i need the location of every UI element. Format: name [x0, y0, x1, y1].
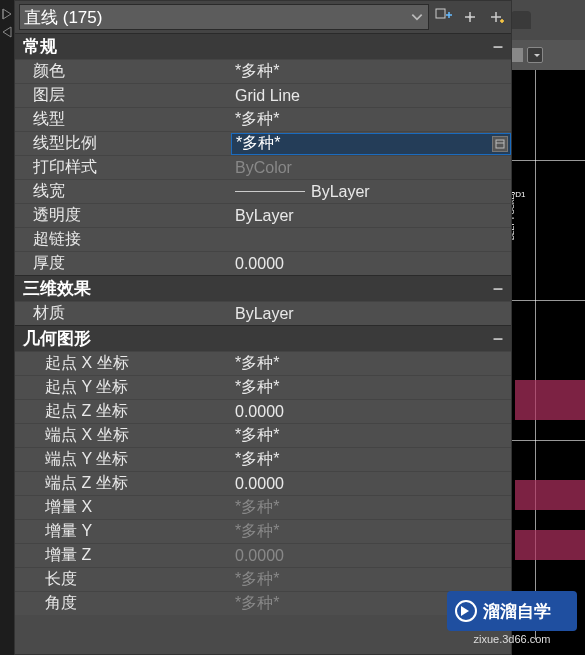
object-type-label: 直线 (175)	[24, 6, 102, 29]
watermark-brand: 溜溜自学	[483, 600, 551, 623]
property-label: 增量 Z	[15, 545, 231, 566]
property-row-startx: 起点 X 坐标*多种*	[15, 351, 511, 375]
toolbar-dropdown[interactable]	[527, 47, 543, 63]
property-label: 线型比例	[15, 133, 231, 154]
property-label: 打印样式	[15, 157, 231, 178]
property-label: 端点 X 坐标	[15, 425, 231, 446]
property-value: *多种*	[231, 569, 511, 590]
section-header-geometry[interactable]: 几何图形 –	[15, 325, 511, 351]
object-type-dropdown[interactable]: 直线 (175)	[19, 4, 429, 30]
dock-handle-icon[interactable]	[2, 6, 12, 18]
property-row-deltaz: 增量 Z0.0000	[15, 543, 511, 567]
property-label: 线型	[15, 109, 231, 130]
property-row-material: 材质ByLayer	[15, 301, 511, 325]
property-row-starty: 起点 Y 坐标*多种*	[15, 375, 511, 399]
section-title: 常规	[23, 35, 57, 58]
collapse-icon: –	[493, 278, 503, 299]
property-value[interactable]: ByLayer	[231, 207, 511, 225]
property-value[interactable]: *多种*	[231, 61, 511, 82]
property-label: 角度	[15, 593, 231, 614]
select-objects-button[interactable]	[459, 6, 481, 28]
property-value[interactable]: *多种*	[231, 109, 511, 130]
property-label: 起点 X 坐标	[15, 353, 231, 374]
property-value[interactable]: ByLayer	[231, 183, 511, 201]
property-row-deltax: 增量 X*多种*	[15, 495, 511, 519]
toggle-pickadd-button[interactable]	[433, 6, 455, 28]
section-header-3d[interactable]: 三维效果 –	[15, 275, 511, 301]
property-label: 透明度	[15, 205, 231, 226]
property-label: 增量 Y	[15, 521, 231, 542]
cad-canvas[interactable]: PD1 DEEP POCKET	[505, 40, 585, 655]
property-value[interactable]: Grid Line	[231, 87, 511, 105]
property-label: 起点 Y 坐标	[15, 377, 231, 398]
object-selector-row: 直线 (175)	[15, 1, 511, 33]
collapse-icon: –	[493, 36, 503, 57]
property-label: 线宽	[15, 181, 231, 202]
property-value[interactable]: *多种*	[231, 425, 511, 446]
property-value[interactable]: 0.0000	[231, 475, 511, 493]
property-value: 0.0000	[231, 547, 511, 565]
property-label: 端点 Y 坐标	[15, 449, 231, 470]
property-value[interactable]: 0.0000	[231, 403, 511, 421]
property-value-text: *多种*	[236, 133, 280, 154]
section-title: 几何图形	[23, 327, 91, 350]
property-label: 起点 Z 坐标	[15, 401, 231, 422]
quickcalc-button[interactable]	[492, 136, 508, 152]
property-row-angle: 角度*多种*	[15, 591, 511, 615]
property-value[interactable]: *多种*	[231, 353, 511, 374]
property-row-deltay: 增量 Y*多种*	[15, 519, 511, 543]
property-row-hyperlink: 超链接	[15, 227, 511, 251]
property-label: 图层	[15, 85, 231, 106]
lineweight-preview-icon	[235, 191, 305, 192]
property-value[interactable]: ByLayer	[231, 305, 511, 323]
property-value: *多种*	[231, 497, 511, 518]
property-label: 厚度	[15, 253, 231, 274]
property-value[interactable]: *多种*	[231, 449, 511, 470]
property-value: *多种*	[231, 521, 511, 542]
svg-rect-2	[496, 140, 504, 148]
watermark-badge: 溜溜自学	[447, 591, 577, 631]
property-row-color: 颜色*多种*	[15, 59, 511, 83]
property-row-plotstyle: 打印样式ByColor	[15, 155, 511, 179]
panel-dock-edge	[0, 0, 14, 655]
property-row-thickness: 厚度0.0000	[15, 251, 511, 275]
property-row-transparency: 透明度ByLayer	[15, 203, 511, 227]
property-value[interactable]: *多种*	[231, 377, 511, 398]
property-label: 增量 X	[15, 497, 231, 518]
tab-bar	[505, 0, 585, 40]
section-header-general[interactable]: 常规 –	[15, 33, 511, 59]
property-row-endz: 端点 Z 坐标0.0000	[15, 471, 511, 495]
property-label: 材质	[15, 303, 231, 324]
watermark-url: zixue.3d66.com	[473, 633, 550, 645]
property-label: 端点 Z 坐标	[15, 473, 231, 494]
property-label: 长度	[15, 569, 231, 590]
property-row-layer: 图层Grid Line	[15, 83, 511, 107]
new-tab-button[interactable]	[511, 11, 531, 29]
property-label: 颜色	[15, 61, 231, 82]
quick-select-button[interactable]	[485, 6, 507, 28]
property-value-editing[interactable]: *多种*	[231, 133, 511, 155]
property-row-startz: 起点 Z 坐标0.0000	[15, 399, 511, 423]
watermark: 溜溜自学 zixue.3d66.com	[447, 591, 577, 645]
svg-point-1	[469, 16, 472, 19]
property-value: ByColor	[231, 159, 511, 177]
svg-rect-0	[436, 9, 445, 18]
property-value-text: ByLayer	[311, 183, 370, 201]
section-title: 三维效果	[23, 277, 91, 300]
chevron-down-icon	[410, 10, 424, 24]
property-label: 超链接	[15, 229, 231, 250]
play-icon	[455, 600, 477, 622]
properties-panel: 直线 (175) 常规 – 颜色*多种* 图层Grid Line 线型*多种*	[14, 0, 512, 655]
toolbar-fragment	[505, 40, 585, 70]
dock-handle-icon[interactable]	[2, 24, 12, 36]
property-row-endx: 端点 X 坐标*多种*	[15, 423, 511, 447]
property-row-length: 长度*多种*	[15, 567, 511, 591]
property-row-linetype: 线型*多种*	[15, 107, 511, 131]
property-row-lineweight: 线宽 ByLayer	[15, 179, 511, 203]
property-row-ltscale: 线型比例 *多种*	[15, 131, 511, 155]
property-value[interactable]: 0.0000	[231, 255, 511, 273]
collapse-icon: –	[493, 328, 503, 349]
property-row-endy: 端点 Y 坐标*多种*	[15, 447, 511, 471]
